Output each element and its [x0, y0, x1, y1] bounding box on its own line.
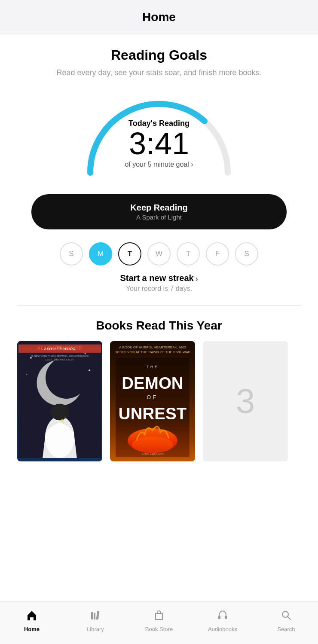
svg-text:#1 NEW YORK TIMES BESTSELLING : #1 NEW YORK TIMES BESTSELLING AUTHOR OF: [31, 355, 89, 357]
tab-audiobooks-label: Audiobooks: [208, 626, 237, 632]
tab-bookstore-label: Book Store: [145, 626, 173, 632]
svg-point-2: [46, 357, 87, 399]
book-cover-placeholder[interactable]: 3: [203, 341, 288, 461]
svg-point-14: [51, 404, 69, 421]
svg-point-6: [89, 369, 90, 371]
main-content: Reading Goals Read every day, see your s…: [0, 34, 318, 522]
svg-text:ERIK LARSON: ERIK LARSON: [141, 452, 164, 456]
home-icon: [26, 609, 38, 624]
reading-gauge: Today's Reading 3:41 of your 5 minute go…: [77, 91, 241, 181]
tab-audiobooks[interactable]: Audiobooks: [191, 609, 254, 632]
svg-rect-28: [96, 610, 100, 620]
keep-reading-book: A Spark of Light: [44, 214, 274, 221]
tab-home-label: Home: [24, 626, 40, 632]
books-count: 3: [236, 382, 255, 421]
book-cover-2[interactable]: A BOOK OF HUBRIS, HEARTBREAK, AND OBSESS…: [110, 341, 195, 461]
svg-text:LOVE, THEORETICALLY: LOVE, THEORETICALLY: [46, 358, 74, 361]
books-section-title: Books Read This Year: [17, 319, 301, 333]
svg-rect-29: [218, 616, 220, 619]
streak-arrow: ›: [196, 275, 198, 282]
gauge-center[interactable]: Today's Reading 3:41 of your 5 minute go…: [125, 119, 193, 168]
svg-point-17: [63, 422, 64, 424]
streak-subtitle: Your record is 7 days.: [17, 285, 301, 293]
svg-point-24: [132, 436, 173, 453]
section-divider: [17, 305, 301, 306]
tab-library-label: Library: [87, 626, 104, 632]
day-circle-s1[interactable]: S: [60, 242, 83, 266]
svg-rect-27: [94, 613, 95, 620]
svg-text:DEMON: DEMON: [122, 374, 183, 392]
svg-text:OF: OF: [147, 394, 158, 400]
svg-text:UNREST: UNREST: [119, 404, 187, 423]
keep-reading-label: Keep Reading: [44, 203, 274, 213]
svg-point-5: [26, 374, 27, 375]
books-row: ALI HAZELWOOD ALI HAZELWOOD: [17, 341, 301, 470]
svg-point-4: [85, 353, 86, 354]
day-circle-m[interactable]: M: [89, 242, 112, 266]
svg-text:THE: THE: [147, 364, 159, 369]
keep-reading-button[interactable]: Keep Reading A Spark of Light: [31, 194, 287, 229]
gauge-goal-text: of your 5 minute goal ›: [125, 161, 193, 168]
reading-goals-title: Reading Goals: [17, 47, 301, 63]
day-circle-w[interactable]: W: [147, 242, 171, 266]
app-header: Home: [0, 0, 318, 34]
book2-art: THE DEMON OF UNREST ERIK LARSON: [114, 358, 191, 457]
tab-bookstore[interactable]: Book Store: [127, 609, 191, 632]
tab-home[interactable]: Home: [0, 609, 64, 632]
library-icon: [89, 609, 101, 624]
tab-bar: Home Library Book Store: [0, 601, 318, 644]
day-circle-t2[interactable]: T: [177, 242, 200, 266]
day-circles-row: S M T W T F S: [17, 242, 301, 266]
streak-section: Start a new streak › Your record is 7 da…: [17, 273, 301, 293]
reading-goals-subtitle: Read every day, see your stats soar, and…: [17, 67, 301, 78]
book2-top-text: A BOOK OF HUBRIS, HEARTBREAK, AND OBSESS…: [114, 345, 191, 354]
audiobooks-icon: [217, 609, 229, 624]
svg-point-16: [64, 418, 66, 419]
tab-search[interactable]: Search: [254, 609, 318, 632]
tab-library[interactable]: Library: [64, 609, 127, 632]
header-title: Home: [142, 10, 176, 24]
svg-line-32: [288, 617, 291, 620]
day-circle-s2[interactable]: S: [235, 242, 258, 266]
search-icon: [280, 609, 292, 624]
streak-title: Start a new streak: [120, 273, 194, 283]
book-cover-1[interactable]: ALI HAZELWOOD ALI HAZELWOOD: [17, 341, 102, 461]
day-circle-t1[interactable]: T: [118, 242, 141, 266]
book1-art: ALI HAZELWOOD #1 NEW YORK TIMES BESTSELL…: [17, 341, 102, 458]
svg-rect-26: [91, 612, 93, 620]
svg-point-15: [61, 419, 64, 422]
bookstore-icon: [153, 609, 165, 624]
tab-search-label: Search: [277, 626, 295, 632]
day-circle-f[interactable]: F: [206, 242, 229, 266]
gauge-time: 3:41: [125, 128, 193, 159]
book1-author: ALI HAZELWOOD: [17, 345, 102, 351]
streak-title-row[interactable]: Start a new streak ›: [17, 273, 301, 283]
svg-rect-30: [225, 616, 227, 619]
